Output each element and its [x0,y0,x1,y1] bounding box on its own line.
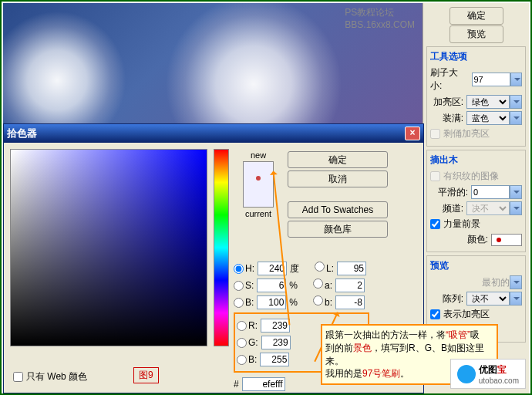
show-highlight-checkbox[interactable] [430,309,440,319]
bird-icon [457,365,476,383]
chevron-down-icon[interactable] [510,185,522,199]
chevron-down-icon[interactable] [510,73,523,86]
fill-label: 装满: [443,112,463,125]
unit: 度 [290,262,299,275]
a-radio[interactable] [313,279,323,289]
s-radio[interactable] [234,281,244,291]
l-radio[interactable] [315,262,325,272]
hex-label: # [234,379,239,390]
color-swatch[interactable] [491,234,522,246]
residual-label: 剩俑加亮区 [443,127,490,140]
section-title: 摘出木 [430,154,522,167]
web-only-checkbox[interactable] [13,372,23,382]
h-radio[interactable] [234,264,244,274]
logo-text: 优图宝 [479,363,519,376]
smooth-label: 平滑的: [438,186,468,199]
channel-select: 决不 [466,201,510,215]
g-label: G: [248,337,258,348]
a-label: a: [325,280,332,291]
dandelion-image [3,11,126,127]
brush-size-label: 刷子大小: [430,66,469,93]
textured-label: 有织纹的图像 [443,170,499,183]
add-swatch-button[interactable]: Add To Swatches [288,201,388,218]
unit: % [289,297,298,308]
force-fg-checkbox[interactable] [430,219,440,229]
fill-select[interactable]: 蓝色 [466,111,510,125]
h-label: H: [245,263,254,274]
extract-section: 摘出木 有织纹的图像 平滑的: 频道: 决不 力量前景 颜色: [426,150,526,252]
display-label: 陈列: [443,292,463,306]
close-icon[interactable]: × [405,127,420,140]
chevron-down-icon[interactable] [510,95,522,109]
chevron-down-icon[interactable] [510,292,522,306]
unit: % [289,280,298,291]
new-label: new [235,150,281,160]
current-label: current [235,209,281,218]
r-input[interactable] [261,319,290,333]
g-input[interactable] [261,336,291,349]
b-radio[interactable] [234,298,244,308]
s-input[interactable] [257,279,286,292]
force-fg-label: 力量前景 [443,218,480,231]
logo-url: utobao.com [479,376,519,385]
figure-label: 图9 [133,367,159,383]
g-radio[interactable] [237,338,247,348]
s-label: S: [245,280,254,291]
section-title: 工具选项 [430,50,522,63]
b-input[interactable] [257,295,286,309]
initial-label: 最初的 [482,276,510,289]
rgb-b-label: B: [248,354,257,365]
ok-button[interactable]: 确定 [450,7,503,25]
canvas-area: PS教程论坛 BBS.16xx8.COM [3,3,424,127]
hue-slider[interactable] [214,149,229,346]
r-radio[interactable] [237,321,247,331]
display-select[interactable]: 决不 [466,292,510,306]
section-title: 预览 [430,259,522,272]
chevron-down-icon[interactable] [510,111,522,125]
textured-checkbox [430,171,440,181]
titlebar[interactable]: 拾色器 × [4,124,423,143]
rgb-b-input[interactable] [260,353,289,366]
hex-input[interactable] [242,377,285,391]
l-input[interactable] [337,262,366,275]
smooth-input[interactable] [471,185,510,199]
lab-b-input[interactable] [335,295,365,309]
chevron-down-icon [510,201,522,215]
dandelion-image [165,3,342,127]
ok-button[interactable]: 确定 [288,151,388,168]
r-label: R: [248,320,258,331]
watermark: PS教程论坛 BBS.16xx8.COM [345,6,415,30]
web-only-row: 只有 Web 颜色 [13,370,87,383]
logo: 优图宝 utobao.com [450,359,526,389]
l-label: L: [326,263,334,274]
channel-label: 频道: [443,202,463,215]
a-input[interactable] [335,279,365,292]
rgb-b-radio[interactable] [237,355,247,365]
preview-button[interactable]: 预览 [450,25,503,43]
lab-b-radio[interactable] [313,295,323,306]
show-highlight-label: 表示加亮区 [443,308,490,321]
chevron-down-icon [510,275,522,289]
lab-b-label: b: [325,297,332,308]
brush-size-input[interactable] [472,73,510,86]
tool-options-section: 工具选项 刷子大小: 加亮区: 绿色 装满: 蓝色 剩俑加亮区 [426,46,526,147]
color-label: 颜色: [467,233,488,246]
highlight-select[interactable]: 绿色 [466,95,510,109]
dialog-title: 拾色器 [7,127,37,140]
color-field[interactable] [10,149,207,346]
cancel-button[interactable]: 取消 [288,170,388,187]
b-label: B: [245,297,254,308]
web-only-label: 只有 Web 颜色 [26,370,87,383]
color-lib-button[interactable]: 颜色库 [288,221,388,238]
residual-checkbox [430,129,440,139]
highlight-label: 加亮区: [433,96,463,109]
